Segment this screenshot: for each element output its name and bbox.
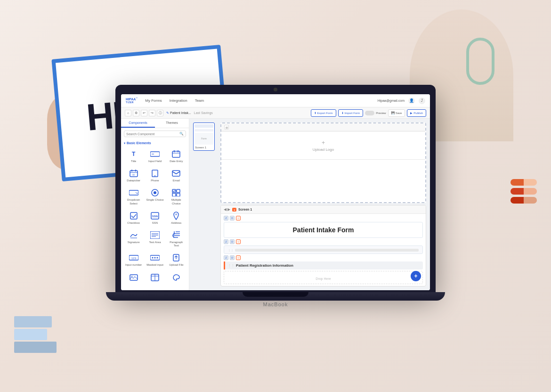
- preview-toggle[interactable]: Preview: [365, 111, 386, 115]
- svg-rect-17: [177, 189, 180, 193]
- section-icon-d[interactable]: D: [230, 216, 235, 220]
- nav-integration[interactable]: Integration: [170, 98, 187, 103]
- component-table[interactable]: [145, 271, 164, 284]
- component-single-choice[interactable]: Single Choice: [145, 186, 164, 207]
- import-form-button[interactable]: ⬇ Import Form: [338, 109, 364, 117]
- toolbar-icons: ⌂ ⚙ ↩ ↪ ⓘ: [125, 110, 163, 116]
- title-label: Title: [131, 160, 136, 163]
- search-box: 🔍: [124, 131, 186, 137]
- arrow-left[interactable]: ◀: [224, 207, 227, 212]
- pills-decoration: [510, 179, 537, 206]
- svg-point-32: [152, 257, 153, 259]
- component-paragraph[interactable]: Paragraph Text: [167, 229, 186, 249]
- search-button[interactable]: 🔍: [179, 132, 184, 136]
- textarea-icon: [149, 230, 161, 240]
- patient-registration-section: ⋮⋮ Patient Registration Information: [224, 261, 423, 270]
- book-1: [14, 316, 52, 327]
- component-image[interactable]: [124, 271, 143, 284]
- phone-label: Phone: [151, 179, 159, 182]
- section-icon-o2[interactable]: ○: [236, 239, 241, 244]
- component-email[interactable]: Email: [167, 167, 186, 184]
- screen-thumbnail-1[interactable]: Form Screen 1: [193, 122, 215, 151]
- component-textarea[interactable]: Text Area: [145, 229, 164, 249]
- component-multiple-choice[interactable]: Multiple Choice: [167, 186, 186, 207]
- ssn-icon: SSN: [149, 211, 161, 220]
- patient-registration-text: Patient Registration Information: [236, 263, 293, 268]
- user-avatar[interactable]: 👤: [408, 98, 415, 104]
- svg-rect-2: [172, 151, 180, 157]
- section-toolbar-2: Z D ○: [224, 239, 423, 244]
- component-title[interactable]: T Title: [124, 147, 143, 165]
- component-upload-file[interactable]: Upload File: [167, 251, 186, 269]
- publish-button[interactable]: ▶ Publish: [407, 109, 426, 117]
- book-2: [14, 329, 47, 340]
- checkbox-label: Checkbox: [127, 221, 140, 225]
- settings-icon[interactable]: ⚙: [133, 110, 139, 116]
- component-address[interactable]: Address: [167, 209, 186, 227]
- component-color[interactable]: [167, 271, 186, 284]
- input-field-label: Input Field: [148, 160, 162, 163]
- date-entry-icon: [170, 149, 182, 159]
- address-label: Address: [171, 221, 181, 225]
- pill-3: [510, 197, 537, 204]
- email-label: Email: [173, 179, 180, 182]
- canvas-area: Form Screen 1 ⊞ + Up: [189, 119, 430, 290]
- toggle-switch[interactable]: [365, 111, 374, 115]
- svg-point-11: [154, 175, 155, 176]
- export-icon: ⬆: [314, 111, 316, 114]
- section-icon-o[interactable]: ○: [236, 216, 241, 220]
- component-datepicker[interactable]: Datepicker: [124, 167, 143, 184]
- upload-logo-zone[interactable]: + Upload Logo: [221, 131, 425, 160]
- component-phone[interactable]: Phone: [145, 167, 164, 184]
- redo-icon[interactable]: ↪: [149, 110, 155, 116]
- drop-here-text: Drop Here: [316, 277, 331, 280]
- svg-point-15: [154, 191, 156, 194]
- section-icon-o3[interactable]: ○: [236, 255, 241, 260]
- app-navbar: HIPAA™ TIZER My Forms Integration Team H…: [121, 94, 430, 107]
- export-form-button[interactable]: ⬆ Export Form: [311, 109, 336, 117]
- component-input-number[interactable]: 123 Input number: [124, 251, 143, 269]
- section-icon-d3[interactable]: D: [230, 255, 235, 260]
- info-icon[interactable]: ⓘ: [157, 110, 163, 116]
- search-input[interactable]: [126, 132, 178, 136]
- svg-text:SSN: SSN: [152, 215, 158, 218]
- address-icon: [170, 211, 182, 220]
- tab-components[interactable]: Components: [121, 119, 155, 128]
- svg-rect-6: [130, 171, 138, 177]
- save-button[interactable]: 💾 Save: [388, 109, 405, 117]
- masked-input-label: Masked input: [146, 263, 163, 267]
- home-icon[interactable]: ⌂: [125, 110, 131, 116]
- pill-half-right: [524, 179, 537, 186]
- undo-icon[interactable]: ↩: [141, 110, 147, 116]
- component-signature[interactable]: Signature: [124, 229, 143, 249]
- nav-my-forms[interactable]: My Forms: [145, 98, 162, 103]
- nav-team[interactable]: Team: [195, 98, 204, 103]
- screen-nav-arrows: ◀ ▶: [224, 207, 230, 212]
- component-ssn[interactable]: SSN SSN: [145, 209, 164, 227]
- arrow-right[interactable]: ▶: [227, 207, 230, 212]
- component-input-field[interactable]: Input Field: [145, 147, 164, 165]
- component-dropdown[interactable]: Dropdown Select: [124, 186, 143, 207]
- add-element-button[interactable]: +: [411, 271, 421, 281]
- paragraph-icon: [170, 230, 182, 240]
- section-toolbar-3: Z D ○: [224, 255, 423, 260]
- logout-icon[interactable]: ⤴: [419, 98, 425, 104]
- drag-handle-1: ⋮⋮: [228, 248, 234, 252]
- section-icon-d2[interactable]: D: [230, 239, 235, 244]
- section-icon-z[interactable]: Z: [224, 216, 228, 220]
- image-icon: [128, 273, 139, 282]
- section-icon-z2[interactable]: Z: [224, 239, 228, 244]
- drop-zone[interactable]: Drop Here: [224, 271, 423, 284]
- form-input-field: ⋮⋮: [224, 245, 423, 254]
- pill-half-left: [510, 197, 524, 204]
- section-icon-z3[interactable]: Z: [224, 255, 228, 260]
- screen-1-header: ◀ ▶ ● Screen 1: [221, 205, 426, 214]
- component-date-entry[interactable]: Date Entry: [167, 147, 186, 165]
- macbook-label: MacBook: [263, 302, 288, 307]
- form-title-text: Patient Intake Form: [293, 226, 354, 234]
- pill-half-right: [524, 188, 537, 195]
- tab-themes[interactable]: Themes: [155, 119, 189, 128]
- signature-icon: [128, 230, 139, 240]
- component-checkbox[interactable]: Checkbox: [124, 209, 143, 227]
- component-masked-input[interactable]: Masked input: [145, 251, 164, 269]
